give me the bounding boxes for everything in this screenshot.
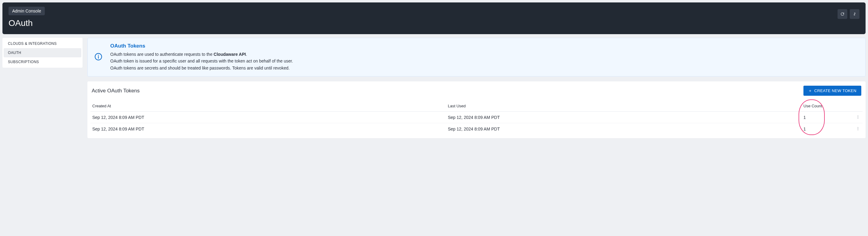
cell-created-at: Sep 12, 2024 8:09 AM PDT	[90, 112, 446, 123]
cell-created-at: Sep 12, 2024 8:09 AM PDT	[90, 123, 446, 135]
col-menu	[850, 100, 863, 112]
svg-point-4	[858, 117, 858, 117]
info-banner: OAuth Tokens OAuth tokens are used to au…	[87, 38, 866, 77]
info-line-1c: .	[246, 52, 247, 57]
page-title: OAuth	[8, 18, 860, 28]
table-row: Sep 12, 2024 8:09 AM PDT Sep 12, 2024 8:…	[90, 123, 863, 135]
panel-title: Active OAuth Tokens	[92, 88, 140, 94]
col-use-count[interactable]: Use Count	[802, 100, 850, 112]
cell-use-count: 1	[802, 112, 850, 123]
plus-icon	[808, 89, 812, 93]
tokens-panel: Active OAuth Tokens CREATE NEW TOKEN Cre…	[87, 81, 866, 138]
sidebar: CLOUDS & INTEGRATIONS OAUTH SUBSCRIPTION…	[2, 38, 83, 68]
info-text: OAuth Tokens OAuth tokens are used to au…	[110, 43, 293, 71]
svg-point-2	[98, 55, 99, 56]
col-created-at[interactable]: Created At	[90, 100, 446, 112]
cell-last-used: Sep 12, 2024 8:09 AM PDT	[446, 123, 802, 135]
sidebar-item-subscriptions[interactable]: SUBSCRIPTIONS	[4, 57, 81, 66]
create-token-label: CREATE NEW TOKEN	[814, 88, 857, 93]
breadcrumb[interactable]: Admin Console	[8, 7, 45, 15]
svg-point-3	[858, 116, 858, 116]
content-area: CLOUDS & INTEGRATIONS OAUTH SUBSCRIPTION…	[0, 37, 868, 144]
main-area: OAuth Tokens OAuth tokens are used to au…	[87, 38, 866, 138]
info-title: OAuth Tokens	[110, 43, 293, 49]
info-line-1a: OAuth tokens are used to authenticate re…	[110, 52, 214, 57]
link-button[interactable]	[850, 9, 860, 19]
cell-last-used: Sep 12, 2024 8:09 AM PDT	[446, 112, 802, 123]
token-table-wrap: Created At Last Used Use Count Sep 12, 2…	[87, 100, 866, 135]
refresh-button[interactable]	[838, 9, 847, 19]
tokens-table: Created At Last Used Use Count Sep 12, 2…	[90, 100, 863, 135]
info-line-1: OAuth tokens are used to authenticate re…	[110, 51, 293, 58]
row-menu-button[interactable]	[855, 114, 861, 120]
svg-point-5	[858, 118, 858, 119]
svg-point-7	[858, 128, 858, 129]
panel-head: Active OAuth Tokens CREATE NEW TOKEN	[87, 86, 866, 99]
info-line-3: OAuth tokens are secrets and should be t…	[110, 65, 293, 71]
page-header: Admin Console OAuth	[2, 2, 866, 34]
sidebar-item-clouds-integrations[interactable]: CLOUDS & INTEGRATIONS	[4, 39, 81, 48]
link-icon	[852, 11, 857, 17]
more-icon	[856, 115, 860, 119]
sidebar-item-oauth[interactable]: OAUTH	[4, 48, 81, 57]
refresh-icon	[840, 11, 845, 17]
info-line-1-strong: Cloudaware API	[214, 52, 246, 57]
info-icon	[94, 53, 102, 62]
more-icon	[856, 126, 860, 131]
cell-use-count: 1	[802, 123, 850, 135]
create-token-button[interactable]: CREATE NEW TOKEN	[803, 86, 861, 96]
row-menu-button[interactable]	[855, 126, 861, 131]
svg-point-8	[858, 129, 858, 130]
svg-point-6	[858, 127, 858, 128]
table-row: Sep 12, 2024 8:09 AM PDT Sep 12, 2024 8:…	[90, 112, 863, 123]
header-actions	[838, 9, 860, 19]
col-last-used[interactable]: Last Used	[446, 100, 802, 112]
info-line-2: OAuth token is issued for a specific use…	[110, 58, 293, 64]
